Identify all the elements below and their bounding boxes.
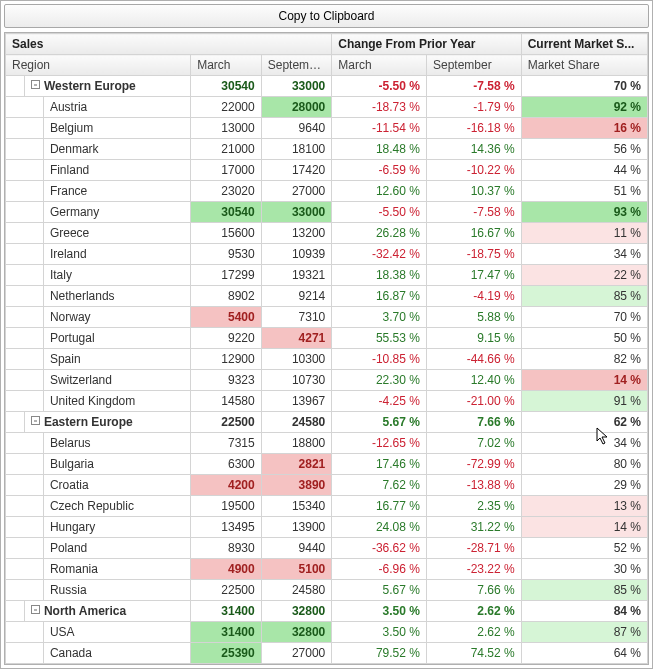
cell-march: 15600	[191, 223, 262, 244]
region-cell: Switzerland	[43, 370, 190, 391]
data-row[interactable]: Italy172991932118.38 %17.47 %22 %	[6, 265, 648, 286]
cell-change-september: -44.66 %	[426, 349, 521, 370]
data-row[interactable]: Switzerland93231073022.30 %12.40 %14 %	[6, 370, 648, 391]
cell-market-share: 29 %	[521, 475, 647, 496]
cell-market-share: 34 %	[521, 244, 647, 265]
cell-change-september: -28.71 %	[426, 538, 521, 559]
data-row[interactable]: Belgium130009640-11.54 %-16.18 %16 %	[6, 118, 648, 139]
region-cell: USA	[43, 622, 190, 643]
cell-change-march: -18.73 %	[332, 97, 427, 118]
data-row[interactable]: USA31400328003.50 %2.62 %87 %	[6, 622, 648, 643]
cell-market-share: 91 %	[521, 391, 647, 412]
cell-market-share: 85 %	[521, 580, 647, 601]
col-region[interactable]: Region	[6, 55, 191, 76]
data-row[interactable]: Canada253902700079.52 %74.52 %64 %	[6, 643, 648, 664]
data-row[interactable]: Hungary134951390024.08 %31.22 %14 %	[6, 517, 648, 538]
cell-market-share: 62 %	[521, 412, 647, 433]
data-row[interactable]: Ireland953010939-32.42 %-18.75 %34 %	[6, 244, 648, 265]
cell-march: 9530	[191, 244, 262, 265]
cell-market-share: 84 %	[521, 601, 647, 622]
data-row[interactable]: France230202700012.60 %10.37 %51 %	[6, 181, 648, 202]
cell-market-share: 30 %	[521, 559, 647, 580]
data-row[interactable]: Portugal9220427155.53 %9.15 %50 %	[6, 328, 648, 349]
cell-march: 4200	[191, 475, 262, 496]
data-row[interactable]: Finland1700017420-6.59 %-10.22 %44 %	[6, 160, 648, 181]
cell-market-share: 22 %	[521, 265, 647, 286]
group-row[interactable]: Western Europe3054033000-5.50 %-7.58 %70…	[6, 76, 648, 97]
region-cell: Belgium	[43, 118, 190, 139]
band-market[interactable]: Current Market S...	[521, 34, 647, 55]
cell-change-september: 74.52 %	[426, 643, 521, 664]
expand-icon[interactable]	[31, 605, 40, 614]
cell-september: 33000	[261, 76, 332, 97]
group-row[interactable]: South America16380175905.98 %5.17 %32 %	[6, 664, 648, 666]
data-row[interactable]: Romania49005100-6.96 %-23.22 %30 %	[6, 559, 648, 580]
cell-september: 9640	[261, 118, 332, 139]
copy-to-clipboard-button[interactable]: Copy to Clipboard	[4, 4, 649, 28]
region-cell: Finland	[43, 160, 190, 181]
col-september[interactable]: September	[261, 55, 332, 76]
data-row[interactable]: Germany3054033000-5.50 %-7.58 %93 %	[6, 202, 648, 223]
data-row[interactable]: Netherlands8902921416.87 %-4.19 %85 %	[6, 286, 648, 307]
cell-market-share: 14 %	[521, 370, 647, 391]
cell-change-march: -5.50 %	[332, 76, 427, 97]
cell-change-september: -21.00 %	[426, 391, 521, 412]
cell-march: 8930	[191, 538, 262, 559]
cell-market-share: 51 %	[521, 181, 647, 202]
data-row[interactable]: Belarus731518800-12.65 %7.02 %34 %	[6, 433, 648, 454]
band-sales[interactable]: Sales	[6, 34, 332, 55]
col-march[interactable]: March	[191, 55, 262, 76]
cell-change-march: 55.53 %	[332, 328, 427, 349]
cell-market-share: 44 %	[521, 160, 647, 181]
cell-change-march: 18.48 %	[332, 139, 427, 160]
cell-market-share: 70 %	[521, 307, 647, 328]
data-row[interactable]: Poland89309440-36.62 %-28.71 %52 %	[6, 538, 648, 559]
col-change-march[interactable]: March	[332, 55, 427, 76]
cell-march: 31400	[191, 601, 262, 622]
region-label: Eastern Europe	[44, 415, 133, 429]
data-row[interactable]: Czech Republic195001534016.77 %2.35 %13 …	[6, 496, 648, 517]
cell-market-share: 34 %	[521, 433, 647, 454]
cell-change-september: 12.40 %	[426, 370, 521, 391]
expand-icon[interactable]	[31, 80, 40, 89]
region-cell: Italy	[43, 265, 190, 286]
cell-change-march: -4.25 %	[332, 391, 427, 412]
band-change[interactable]: Change From Prior Year	[332, 34, 521, 55]
cell-change-march: -6.59 %	[332, 160, 427, 181]
region-cell: Western Europe	[24, 76, 190, 97]
cell-change-september: 2.62 %	[426, 601, 521, 622]
cell-september: 2821	[261, 454, 332, 475]
cell-march: 25390	[191, 643, 262, 664]
cell-change-september: -4.19 %	[426, 286, 521, 307]
data-row[interactable]: Greece156001320026.28 %16.67 %11 %	[6, 223, 648, 244]
region-cell: Belarus	[43, 433, 190, 454]
cell-march: 17000	[191, 160, 262, 181]
data-row[interactable]: Russia22500245805.67 %7.66 %85 %	[6, 580, 648, 601]
data-row[interactable]: Croatia420038907.62 %-13.88 %29 %	[6, 475, 648, 496]
data-row[interactable]: United Kingdom1458013967-4.25 %-21.00 %9…	[6, 391, 648, 412]
cell-march: 30540	[191, 76, 262, 97]
cell-market-share: 82 %	[521, 349, 647, 370]
data-row[interactable]: Spain1290010300-10.85 %-44.66 %82 %	[6, 349, 648, 370]
group-row[interactable]: Eastern Europe22500245805.67 %7.66 %62 %	[6, 412, 648, 433]
cell-change-march: 3.50 %	[332, 622, 427, 643]
cell-september: 10939	[261, 244, 332, 265]
data-row[interactable]: Bulgaria6300282117.46 %-72.99 %80 %	[6, 454, 648, 475]
data-row[interactable]: Austria2200028000-18.73 %-1.79 %92 %	[6, 97, 648, 118]
col-change-september[interactable]: September	[426, 55, 521, 76]
cell-september: 32800	[261, 601, 332, 622]
group-row[interactable]: North America31400328003.50 %2.62 %84 %	[6, 601, 648, 622]
cell-change-march: 7.62 %	[332, 475, 427, 496]
data-grid[interactable]: Sales Change From Prior Year Current Mar…	[4, 32, 649, 665]
col-market-share[interactable]: Market Share	[521, 55, 647, 76]
data-row[interactable]: Denmark210001810018.48 %14.36 %56 %	[6, 139, 648, 160]
region-cell: Ireland	[43, 244, 190, 265]
cell-change-march: 17.46 %	[332, 454, 427, 475]
data-row[interactable]: Norway540073103.70 %5.88 %70 %	[6, 307, 648, 328]
cell-market-share: 85 %	[521, 286, 647, 307]
cell-change-march: 79.52 %	[332, 643, 427, 664]
cell-change-march: 3.70 %	[332, 307, 427, 328]
cell-change-september: 7.66 %	[426, 412, 521, 433]
expand-icon[interactable]	[31, 416, 40, 425]
cell-change-september: -1.79 %	[426, 97, 521, 118]
